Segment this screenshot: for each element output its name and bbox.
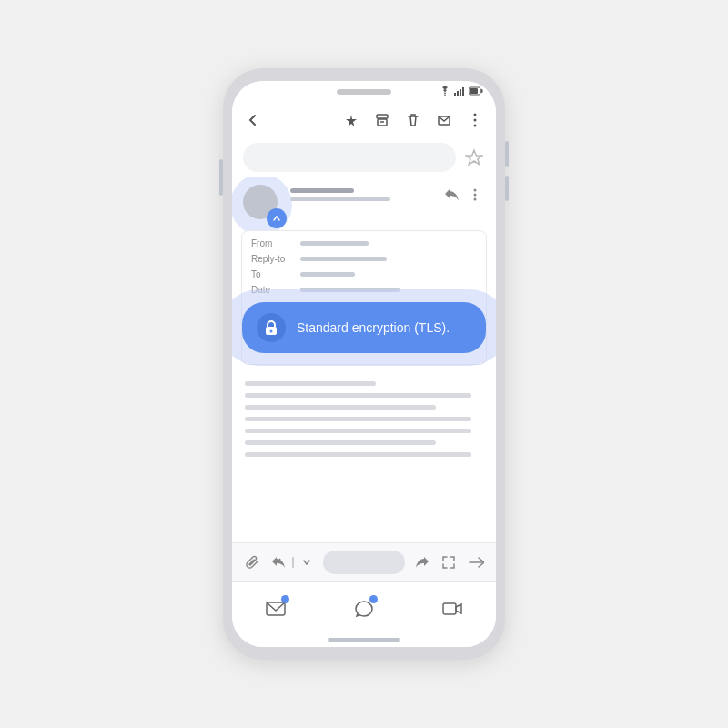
- mail-badge: [281, 595, 289, 603]
- volume-down-button: [505, 176, 509, 201]
- svg-rect-1: [454, 93, 456, 96]
- subject-bar: [232, 137, 496, 177]
- from-label: From: [251, 238, 293, 248]
- svg-point-13: [474, 125, 477, 127]
- svg-rect-8: [377, 115, 388, 118]
- status-bar-notch: [337, 89, 391, 95]
- lock-icon-circle: [257, 313, 286, 342]
- home-indicator-area: [232, 631, 496, 647]
- encryption-label: Standard encryption (TLS).: [297, 320, 450, 335]
- to-value: [300, 272, 355, 277]
- star-button[interactable]: [463, 147, 485, 168]
- send-button[interactable]: [465, 551, 487, 573]
- compose-bar: [232, 542, 496, 581]
- bottom-nav: [232, 581, 496, 631]
- email-details-panel: From Reply-to To Date: [241, 230, 487, 365]
- chat-nav-icon: [352, 597, 376, 621]
- power-button: [219, 159, 223, 196]
- body-line: [245, 393, 471, 398]
- body-line: [245, 417, 471, 421]
- video-nav-icon: [440, 597, 464, 621]
- svg-rect-2: [457, 91, 459, 96]
- replyto-row: Reply-to: [251, 254, 477, 264]
- divider: [292, 557, 294, 568]
- body-line: [245, 405, 436, 410]
- reply-all-button[interactable]: [268, 551, 290, 573]
- email-more-button[interactable]: [465, 185, 485, 205]
- attach-button[interactable]: [241, 551, 263, 573]
- reply-button[interactable]: [441, 185, 461, 205]
- sender-name-line: [290, 188, 354, 193]
- replyto-value: [300, 257, 387, 261]
- header-actions: [441, 185, 485, 205]
- body-line: [245, 429, 471, 433]
- sparkle-button[interactable]: [339, 108, 363, 132]
- signal-icon: [454, 86, 465, 96]
- more-options-button[interactable]: [463, 108, 487, 132]
- email-toolbar: [232, 103, 496, 137]
- svg-point-11: [474, 114, 477, 116]
- to-label: To: [251, 269, 293, 279]
- wifi-icon: [440, 86, 450, 96]
- reply-area: [268, 551, 318, 573]
- to-row: To: [251, 269, 477, 279]
- phone-frame: From Reply-to To Date: [223, 68, 505, 660]
- email-content: From Reply-to To Date: [232, 177, 496, 542]
- from-value: [300, 241, 369, 246]
- subject-field: [243, 143, 456, 172]
- body-line: [245, 452, 471, 457]
- svg-rect-7: [481, 89, 483, 93]
- forward-button[interactable]: [410, 551, 432, 573]
- nav-mail[interactable]: [264, 597, 288, 621]
- battery-icon: [469, 86, 483, 96]
- archive-button[interactable]: [370, 108, 394, 132]
- expand-email-button[interactable]: [267, 208, 287, 228]
- from-row: From: [251, 238, 477, 248]
- reply-field[interactable]: [323, 551, 405, 574]
- back-button[interactable]: [241, 108, 265, 132]
- svg-point-12: [474, 119, 477, 122]
- chat-badge: [369, 595, 378, 603]
- expand-button[interactable]: [438, 551, 460, 573]
- volume-up-button: [505, 141, 509, 167]
- phone-screen: From Reply-to To Date: [232, 81, 496, 647]
- svg-point-15: [474, 194, 477, 197]
- lock-icon: [264, 319, 278, 336]
- body-line: [245, 381, 376, 386]
- status-bar: [232, 81, 496, 103]
- mail-nav-icon: [264, 597, 288, 621]
- email-header-row: [232, 177, 496, 230]
- delete-button[interactable]: [401, 108, 425, 132]
- replyto-label: Reply-to: [251, 254, 293, 264]
- svg-point-18: [270, 330, 273, 333]
- dropdown-arrow[interactable]: [296, 551, 318, 573]
- svg-point-16: [474, 198, 477, 201]
- email-body: [232, 372, 496, 473]
- nav-chat[interactable]: [352, 597, 376, 621]
- svg-point-0: [444, 94, 446, 96]
- encryption-banner: Standard encryption (TLS).: [242, 302, 486, 353]
- nav-video[interactable]: [440, 597, 464, 621]
- avatar-container: [243, 185, 281, 223]
- mark-unread-button[interactable]: [432, 108, 456, 132]
- home-indicator: [328, 638, 400, 642]
- svg-rect-3: [460, 89, 461, 96]
- svg-rect-4: [462, 87, 464, 96]
- svg-rect-6: [470, 88, 478, 94]
- status-bar-icons: [440, 86, 483, 96]
- svg-rect-20: [443, 603, 456, 614]
- body-line: [245, 440, 436, 445]
- sender-date-line: [290, 197, 390, 201]
- svg-point-14: [474, 189, 477, 192]
